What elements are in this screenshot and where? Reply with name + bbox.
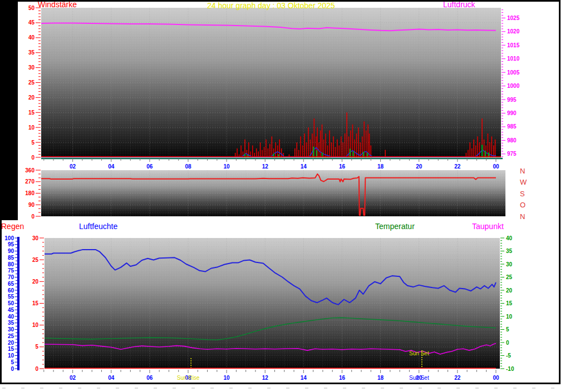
svg-text:975: 975 <box>507 151 517 157</box>
svg-text:10: 10 <box>224 375 230 381</box>
svg-text:985: 985 <box>507 123 517 130</box>
svg-text:00: 00 <box>493 163 499 170</box>
svg-text:25: 25 <box>28 80 35 86</box>
svg-text:10: 10 <box>224 163 230 170</box>
svg-text:02: 02 <box>70 163 76 170</box>
charts-canvas: 5045403530252015105010251020101510101005… <box>0 0 570 392</box>
svg-text:10: 10 <box>32 322 39 328</box>
svg-text:80: 80 <box>8 261 14 267</box>
compass-letter-n0: N <box>520 212 525 221</box>
svg-text:15: 15 <box>8 346 14 352</box>
window-border-right <box>559 0 561 384</box>
svg-text:14: 14 <box>301 163 307 170</box>
svg-text:990: 990 <box>507 110 517 116</box>
svg-text:0: 0 <box>506 340 509 346</box>
window-border-left <box>0 0 2 384</box>
svg-text:70: 70 <box>8 274 14 280</box>
svg-text:1020: 1020 <box>507 28 520 34</box>
svg-text:55: 55 <box>8 294 14 300</box>
taupunkt-title: Taupunkt <box>472 222 504 231</box>
svg-text:50: 50 <box>8 300 14 306</box>
time-axis: 020406081012141618202200Sun RiseSun Set <box>44 370 499 381</box>
temperatur-title: Temperatur <box>375 222 415 231</box>
svg-text:5: 5 <box>506 326 509 333</box>
svg-text:40: 40 <box>8 314 14 320</box>
graph-title: 24 hour graph day : 03 Oktober 2025 <box>207 1 335 10</box>
svg-text:-5: -5 <box>506 353 511 359</box>
svg-text:15: 15 <box>506 300 513 306</box>
regen-title: Regen <box>1 222 24 231</box>
outer-blue-axis: 1009590858075706560555045403530252015105… <box>4 235 19 372</box>
svg-text:90: 90 <box>8 248 14 254</box>
wind-pressure-plot-area <box>41 8 501 157</box>
svg-text:02: 02 <box>70 375 76 381</box>
svg-text:95: 95 <box>8 241 14 247</box>
svg-text:06: 06 <box>146 163 153 170</box>
svg-text:Sun Set: Sun Set <box>409 375 429 381</box>
svg-text:35: 35 <box>8 320 14 326</box>
svg-text:45: 45 <box>8 307 14 313</box>
svg-text:1005: 1005 <box>507 70 520 76</box>
svg-text:10: 10 <box>506 314 513 320</box>
svg-text:5: 5 <box>31 140 35 146</box>
left-axis: 360270180900 <box>25 167 41 220</box>
luftfeuchte-title: Luftfeuchte <box>79 222 117 231</box>
svg-text:980: 980 <box>507 137 517 143</box>
svg-text:35: 35 <box>506 248 513 254</box>
svg-text:0: 0 <box>11 366 14 372</box>
right-axis: 102510201015101010051000995990985980975 <box>502 10 520 157</box>
svg-text:20: 20 <box>416 163 422 170</box>
svg-text:65: 65 <box>8 281 14 287</box>
svg-text:25: 25 <box>506 274 513 280</box>
svg-text:22: 22 <box>454 375 461 381</box>
svg-text:16: 16 <box>339 375 346 381</box>
svg-text:50: 50 <box>28 5 35 11</box>
compass-letter-n360: N <box>520 167 525 175</box>
svg-text:40: 40 <box>28 34 35 41</box>
svg-text:04: 04 <box>108 375 115 381</box>
svg-text:15: 15 <box>32 300 39 306</box>
svg-text:14: 14 <box>301 375 307 381</box>
svg-text:0: 0 <box>31 214 35 220</box>
window-border-top <box>0 0 561 2</box>
bottom-tick-row <box>2 388 559 389</box>
svg-text:45: 45 <box>28 19 35 26</box>
svg-text:30: 30 <box>8 326 14 333</box>
svg-text:1000: 1000 <box>507 83 520 89</box>
svg-text:20: 20 <box>506 287 513 294</box>
svg-text:Sun Rise: Sun Rise <box>177 375 200 381</box>
svg-text:30: 30 <box>506 261 513 267</box>
svg-text:360: 360 <box>25 167 35 173</box>
inner-red-axis: 302520151050 <box>32 235 44 372</box>
svg-text:20: 20 <box>8 340 14 346</box>
right-axis: 4035302520151050-5-10 <box>500 235 514 372</box>
svg-text:06: 06 <box>146 375 153 381</box>
svg-text:08: 08 <box>185 163 191 170</box>
svg-text:30: 30 <box>28 64 35 71</box>
svg-text:20: 20 <box>32 279 39 285</box>
svg-text:0: 0 <box>35 366 38 372</box>
svg-text:60: 60 <box>8 287 14 294</box>
left-axis: 50454035302520151050 <box>28 5 41 161</box>
svg-text:995: 995 <box>507 97 517 103</box>
svg-text:40: 40 <box>506 235 513 241</box>
svg-text:15: 15 <box>28 110 35 116</box>
svg-text:30: 30 <box>32 235 39 241</box>
svg-text:85: 85 <box>8 255 14 261</box>
svg-text:18: 18 <box>377 375 384 381</box>
svg-text:-10: -10 <box>506 366 514 372</box>
svg-text:25: 25 <box>8 333 14 339</box>
svg-text:10: 10 <box>8 353 14 359</box>
compass-letter-s: S <box>520 190 525 198</box>
compass-letter-w: W <box>520 178 527 186</box>
wind-direction-plot-area <box>41 170 505 216</box>
svg-text:5: 5 <box>11 359 14 365</box>
left-margin-strip <box>0 0 18 220</box>
svg-text:5: 5 <box>35 344 38 350</box>
svg-text:16: 16 <box>339 163 346 170</box>
svg-text:22: 22 <box>454 163 461 170</box>
svg-text:12: 12 <box>262 163 269 170</box>
svg-text:1025: 1025 <box>507 15 520 21</box>
svg-text:270: 270 <box>25 178 35 185</box>
time-axis: 020406081012141618202200 <box>44 158 499 170</box>
